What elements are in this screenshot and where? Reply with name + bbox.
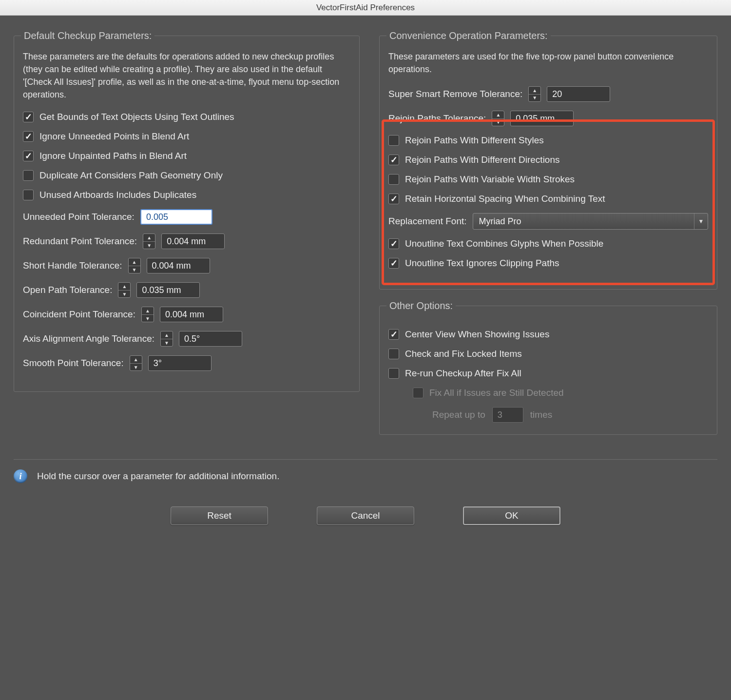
checkbox-rejoin-varwidth[interactable] xyxy=(388,174,399,185)
default-checkup-group: Default Checkup Parameters: These parame… xyxy=(14,30,360,392)
unneeded-point-label: Unneeded Point Tolerance: xyxy=(23,212,135,222)
stepper-down-icon[interactable]: ▼ xyxy=(142,315,154,322)
divider xyxy=(14,459,717,460)
checkbox-dup-geometry[interactable] xyxy=(23,170,34,181)
super-smart-stepper[interactable]: ▲▼ xyxy=(528,86,541,102)
checkbox-check-locked[interactable] xyxy=(388,349,399,359)
repeat-post-label: times xyxy=(530,409,552,420)
stepper-up-icon[interactable]: ▲ xyxy=(118,283,130,291)
open-path-input[interactable] xyxy=(136,282,200,298)
replacement-font-value: Myriad Pro xyxy=(479,216,521,227)
short-handle-stepper[interactable]: ▲▼ xyxy=(128,258,141,273)
convenience-desc: These parameters are used for the five t… xyxy=(388,50,708,76)
stepper-down-icon[interactable]: ▼ xyxy=(129,266,140,273)
cancel-button[interactable]: Cancel xyxy=(317,506,414,525)
redundant-point-stepper[interactable]: ▲▼ xyxy=(143,233,155,249)
short-handle-input[interactable] xyxy=(147,258,210,273)
label-center-view: Center View When Showing Issues xyxy=(405,329,549,340)
checkbox-fixall-still xyxy=(413,388,423,398)
label-check-locked: Check and Fix Locked Items xyxy=(405,349,522,359)
stepper-up-icon[interactable]: ▲ xyxy=(161,331,173,339)
label-unused-artboards: Unused Artboards Includes Duplicates xyxy=(39,190,196,200)
stepper-up-icon[interactable]: ▲ xyxy=(492,111,504,119)
stepper-down-icon[interactable]: ▼ xyxy=(118,291,130,298)
label-rejoin-dirs: Rejoin Paths With Different Directions xyxy=(405,155,560,165)
hint-text: Hold the cursor over a parameter for add… xyxy=(37,471,279,482)
stepper-down-icon[interactable]: ▼ xyxy=(529,95,540,102)
stepper-up-icon[interactable]: ▲ xyxy=(130,356,142,364)
super-smart-input[interactable] xyxy=(547,86,610,102)
coincident-label: Coincident Point Tolerance: xyxy=(23,309,135,320)
stepper-up-icon[interactable]: ▲ xyxy=(529,87,540,95)
checkbox-retain-hspace[interactable] xyxy=(388,194,399,204)
default-checkup-desc: These parameters are the defaults for op… xyxy=(23,50,350,101)
smooth-stepper[interactable]: ▲▼ xyxy=(130,355,142,371)
stepper-up-icon[interactable]: ▲ xyxy=(142,307,154,315)
stepper-up-icon[interactable]: ▲ xyxy=(143,234,155,242)
ok-button[interactable]: OK xyxy=(463,506,560,525)
rejoin-tol-label: Rejoin Paths Tolerance: xyxy=(388,113,486,124)
open-path-label: Open Path Tolerance: xyxy=(23,285,112,295)
super-smart-label: Super Smart Remove Tolerance: xyxy=(388,89,522,99)
checkbox-rejoin-styles[interactable] xyxy=(388,135,399,146)
axis-input[interactable] xyxy=(179,331,242,347)
info-icon: i xyxy=(14,469,27,483)
redundant-point-input[interactable] xyxy=(161,233,225,249)
label-rejoin-varwidth: Rejoin Paths With Variable Width Strokes xyxy=(405,174,575,185)
label-unoutline-combine: Unoutline Text Combines Glyphs When Poss… xyxy=(405,238,603,249)
smooth-input[interactable] xyxy=(148,355,212,371)
repeat-pre-label: Repeat up to xyxy=(432,409,485,420)
label-ignore-unpainted-blend: Ignore Unpainted Paths in Blend Art xyxy=(39,151,187,161)
stepper-up-icon[interactable]: ▲ xyxy=(129,258,140,266)
checkbox-unoutline-combine[interactable] xyxy=(388,238,399,249)
axis-label: Axis Alignment Angle Tolerance: xyxy=(23,333,154,344)
checkbox-unused-artboards[interactable] xyxy=(23,190,34,200)
convenience-legend: Convenience Operation Parameters: xyxy=(386,30,551,41)
short-handle-label: Short Handle Tolerance: xyxy=(23,260,122,271)
label-retain-hspace: Retain Horizontal Spacing When Combining… xyxy=(405,194,605,204)
repeat-input xyxy=(492,407,523,423)
label-ignore-points-blend: Ignore Unneeded Points in Blend Art xyxy=(39,131,189,142)
reset-button[interactable]: Reset xyxy=(171,506,268,525)
other-options-group: Other Options: Center View When Showing … xyxy=(379,300,717,435)
convenience-group: Convenience Operation Parameters: These … xyxy=(379,30,717,290)
checkbox-center-view[interactable] xyxy=(388,329,399,340)
replacement-font-label: Replacement Font: xyxy=(388,216,467,227)
stepper-down-icon[interactable]: ▼ xyxy=(130,364,142,371)
rejoin-tol-input[interactable] xyxy=(510,111,574,126)
stepper-down-icon[interactable]: ▼ xyxy=(492,119,504,126)
label-unoutline-clip: Unoutline Text Ignores Clipping Paths xyxy=(405,258,559,269)
label-dup-geometry: Duplicate Art Considers Path Geometry On… xyxy=(39,170,223,181)
label-rerun: Re-run Checkup After Fix All xyxy=(405,368,521,379)
label-text-outlines: Get Bounds of Text Objects Using Text Ou… xyxy=(39,112,234,122)
checkbox-rejoin-dirs[interactable] xyxy=(388,155,399,165)
label-fixall-still: Fix All if Issues are Still Detected xyxy=(429,388,564,398)
replacement-font-dropdown[interactable]: Myriad Pro ▼ xyxy=(473,213,708,230)
default-checkup-legend: Default Checkup Parameters: xyxy=(21,30,154,41)
unneeded-point-input[interactable] xyxy=(140,209,212,225)
checkbox-unoutline-clip[interactable] xyxy=(388,258,399,269)
coincident-input[interactable] xyxy=(160,307,223,322)
stepper-down-icon[interactable]: ▼ xyxy=(143,242,155,249)
checkbox-text-outlines[interactable] xyxy=(23,112,34,122)
coincident-stepper[interactable]: ▲▼ xyxy=(141,307,154,322)
rejoin-tol-stepper[interactable]: ▲▼ xyxy=(492,111,504,126)
axis-stepper[interactable]: ▲▼ xyxy=(160,331,173,347)
other-options-legend: Other Options: xyxy=(386,300,456,311)
smooth-label: Smooth Point Tolerance: xyxy=(23,358,124,369)
label-rejoin-styles: Rejoin Paths With Different Styles xyxy=(405,135,544,146)
checkbox-ignore-unpainted-blend[interactable] xyxy=(23,151,34,161)
checkbox-ignore-points-blend[interactable] xyxy=(23,131,34,142)
window-title: VectorFirstAid Preferences xyxy=(0,0,731,16)
redundant-point-label: Redundant Point Tolerance: xyxy=(23,236,137,247)
stepper-down-icon[interactable]: ▼ xyxy=(161,339,173,347)
checkbox-rerun[interactable] xyxy=(388,368,399,379)
open-path-stepper[interactable]: ▲▼ xyxy=(118,282,131,298)
dropdown-arrow-icon: ▼ xyxy=(694,214,708,229)
